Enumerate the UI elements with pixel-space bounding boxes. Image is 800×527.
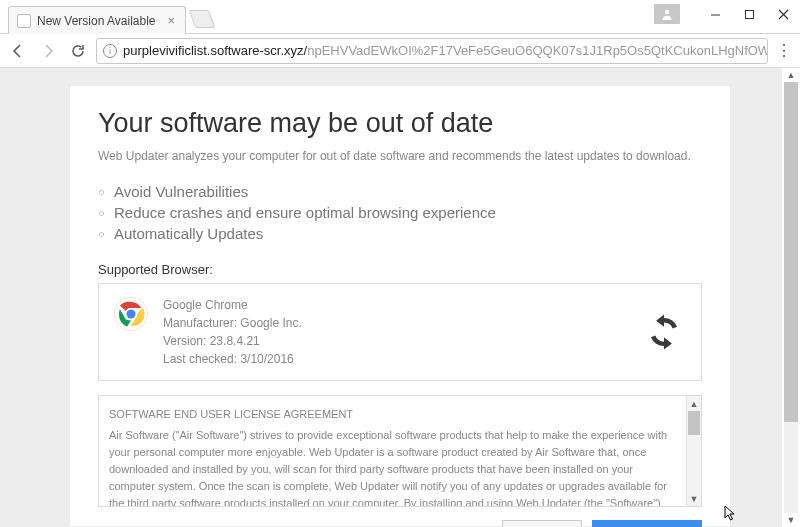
- user-avatar-icon[interactable]: [654, 4, 680, 24]
- window-minimize-button[interactable]: [698, 0, 732, 28]
- refresh-icon[interactable]: [643, 311, 685, 353]
- address-bar[interactable]: i purpleviviﬁclist.software-scr.xyz/npEH…: [96, 38, 768, 64]
- browser-tab[interactable]: New Version Available ×: [8, 6, 186, 34]
- window-maximize-button[interactable]: [732, 0, 766, 28]
- browser-info-text: Google Chrome Manufacturer: Google Inc. …: [163, 296, 302, 368]
- eula-text[interactable]: SOFTWARE END USER LICENSE AGREEMENT Air …: [98, 395, 702, 507]
- browser-menu-button[interactable]: ⋮: [774, 41, 794, 60]
- svg-point-0: [665, 10, 669, 14]
- page-heading: Your software may be out of date: [98, 108, 702, 139]
- scroll-thumb[interactable]: [688, 411, 700, 435]
- window-titlebar: New Version Available ×: [0, 0, 800, 34]
- page-scrollbar[interactable]: ▲ ▼: [784, 68, 798, 527]
- eula-title: SOFTWARE END USER LICENSE AGREEMENT: [109, 406, 679, 423]
- new-tab-button[interactable]: [189, 10, 216, 28]
- page-scroll-up-icon[interactable]: ▲: [784, 68, 798, 82]
- page-scroll-thumb[interactable]: [784, 82, 798, 422]
- tab-favicon: [17, 14, 31, 28]
- url-path: npEHVVadEWkOI%2F17VeFe5GeuO6QQK07s1J1Rp5…: [307, 43, 768, 58]
- svg-point-7: [127, 310, 136, 319]
- reload-button[interactable]: [66, 39, 90, 63]
- browser-name: Google Chrome: [163, 296, 302, 314]
- browser-version: Version: 23.8.4.21: [163, 332, 302, 350]
- window-controls: [654, 0, 800, 28]
- scroll-up-icon[interactable]: ▲: [687, 396, 701, 411]
- feature-item: Automatically Updates: [98, 223, 702, 244]
- browser-toolbar: i purpleviviﬁclist.software-scr.xyz/npEH…: [0, 34, 800, 68]
- page-background: Your software may be out of date Web Upd…: [0, 68, 782, 527]
- feature-item: Reduce crashes and ensure optimal browsi…: [98, 202, 702, 223]
- browser-manufacturer: Manufacturer: Google Inc.: [163, 314, 302, 332]
- url-domain: purpleviviﬁclist.software-scr.xyz/: [123, 43, 307, 58]
- eula-container: SOFTWARE END USER LICENSE AGREEMENT Air …: [98, 395, 702, 507]
- eula-body: Air Software ("Air Software") strives to…: [109, 427, 679, 507]
- supported-browser-label: Supported Browser:: [98, 262, 702, 277]
- scroll-down-icon[interactable]: ▼: [687, 491, 701, 506]
- eula-scrollbar[interactable]: ▲ ▼: [686, 396, 701, 506]
- tab-close-icon[interactable]: ×: [168, 13, 176, 28]
- feature-list: Avoid Vulnerabilities Reduce crashes and…: [98, 181, 702, 244]
- page-viewport: Your software may be out of date Web Upd…: [0, 68, 800, 527]
- mouse-cursor-icon: [724, 505, 738, 523]
- page-scroll-down-icon[interactable]: ▼: [784, 513, 798, 527]
- feature-item: Avoid Vulnerabilities: [98, 181, 702, 202]
- secondary-button[interactable]: [502, 520, 582, 527]
- forward-button[interactable]: [36, 39, 60, 63]
- tab-title: New Version Available: [37, 14, 156, 28]
- window-close-button[interactable]: [766, 0, 800, 28]
- content-card: Your software may be out of date Web Upd…: [70, 86, 730, 526]
- browser-info-box: Google Chrome Manufacturer: Google Inc. …: [98, 283, 702, 381]
- svg-rect-2: [745, 10, 753, 18]
- button-row: [502, 520, 702, 527]
- chrome-logo-icon: [113, 296, 149, 332]
- back-button[interactable]: [6, 39, 30, 63]
- browser-last-checked: Last checked: 3/10/2016: [163, 350, 302, 368]
- site-info-icon[interactable]: i: [103, 44, 117, 58]
- page-subheading: Web Updater analyzes your computer for o…: [98, 149, 702, 163]
- primary-button[interactable]: [592, 520, 702, 527]
